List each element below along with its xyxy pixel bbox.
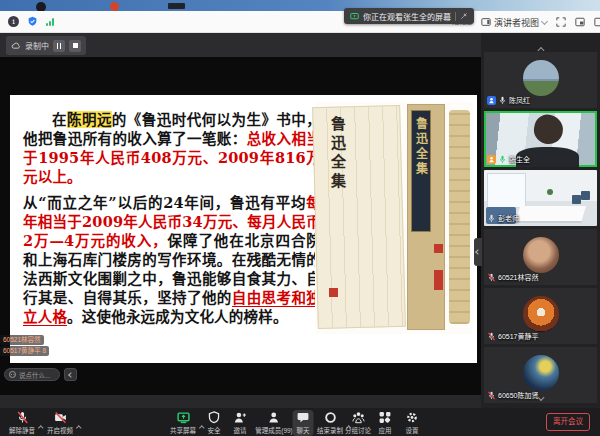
participant-name: 60521林容然: [498, 272, 538, 282]
book-title-vertical: 鲁迅全集: [327, 116, 348, 192]
shared-screen-stage: 录制中 在陈明远的《鲁迅时代何以为生》书中，他把鲁迅所有的收入算了一笔账：总收入…: [0, 33, 481, 408]
breakout-button[interactable]: 分组讨论: [345, 411, 371, 435]
participant-label: 陈凤红: [487, 95, 530, 105]
red-seal: [434, 270, 443, 290]
avatar: [523, 60, 559, 96]
slide-text-span: 陈明远: [67, 111, 112, 128]
emoji-icon[interactable]: [9, 371, 16, 378]
record-icon: [324, 411, 337, 424]
slide-paragraph-2: 从“而立之年”以后的24年间，鲁迅有平均每年相当于2009年人民币34万元、每月…: [23, 193, 321, 326]
apps-button[interactable]: 应用: [379, 411, 392, 435]
toolbar-label: 设置: [406, 425, 419, 435]
stage-top-strip: 录制中: [0, 33, 481, 57]
start-video-button[interactable]: 开启视频: [47, 411, 73, 435]
stop-recording-button[interactable]: [69, 40, 81, 52]
share-banner[interactable]: 你正在观看张生全的屏幕: [344, 8, 474, 24]
toolbar-label: 结束录制: [317, 425, 343, 435]
chevron-down-icon: [541, 17, 548, 24]
toolbar-label: 管理成员(99): [255, 425, 293, 435]
chevron-up-icon[interactable]: [200, 415, 204, 433]
chevron-up-icon[interactable]: [39, 415, 43, 433]
security-shield-icon[interactable]: [27, 16, 38, 27]
desktop-app-icon: [36, 2, 46, 11]
chat-button[interactable]: 聊天: [293, 410, 314, 436]
stop-record-button[interactable]: 结束录制: [317, 411, 343, 435]
slide-text: 在陈明远的《鲁迅时代何以为生》书中，他把鲁迅所有的收入算了一笔账：总收入相当于1…: [23, 110, 321, 326]
recording-indicator: 录制中: [6, 36, 86, 55]
share-screen-button[interactable]: 共享屏幕: [170, 411, 196, 435]
red-seal: [329, 288, 338, 297]
chevron-up-icon[interactable]: [77, 415, 81, 433]
screen-share-icon: [350, 12, 359, 21]
members-icon: [268, 411, 281, 424]
participant-name: 60517黄静平: [498, 331, 538, 341]
sidebar-toggle-handle[interactable]: [474, 238, 482, 266]
unmute-button[interactable]: 解除静音: [9, 411, 35, 435]
mic-status-icon: [498, 155, 507, 164]
meeting-titlebar: i 42:22 演讲者视图: [0, 11, 600, 33]
more-icon[interactable]: [594, 17, 600, 27]
meeting-main: 录制中 在陈明远的《鲁迅时代何以为生》书中，他把鲁迅所有的收入算了一笔账：总收入…: [0, 33, 600, 408]
toolbar-label: 邀请: [234, 425, 247, 435]
luxun-books-photo: 鲁迅全集 鲁迅全集: [315, 102, 473, 334]
apps-icon: [379, 411, 392, 424]
participant-tile[interactable]: 张生全: [484, 111, 597, 167]
slide-paragraph-1: 在陈明远的《鲁迅时代何以为生》书中，他把鲁迅所有的收入算了一笔账：总收入相当于1…: [23, 110, 321, 186]
settings-button[interactable]: 设置: [406, 411, 419, 435]
toolbar-label: 分组讨论: [345, 425, 371, 435]
meeting-toolbar: 离开会议 解除静音开启视频共享屏幕安全邀请管理成员(99)聊天结束录制分组讨论应…: [0, 408, 600, 436]
shield-icon: [208, 411, 221, 424]
toolbar-label: 共享屏幕: [170, 425, 196, 435]
invite-icon: [234, 411, 247, 424]
speaker-view-icon: [481, 17, 491, 27]
participant-tile[interactable]: 陈凤红: [484, 52, 597, 108]
participant-label: 60521林容然: [487, 272, 538, 282]
quick-chat-input[interactable]: 说点什么...: [4, 368, 60, 381]
breakout-icon: [352, 411, 365, 424]
participant-tile[interactable]: 60517黄静平: [484, 288, 597, 344]
avatar: [523, 237, 559, 273]
camera-off-icon: [54, 411, 67, 424]
mic-muted-icon: [16, 411, 29, 424]
invite-button[interactable]: 邀请: [234, 411, 247, 435]
meeting-info-icon[interactable]: i: [8, 16, 19, 27]
participant-label: 60650陈加贤: [487, 390, 538, 400]
more-participants-button[interactable]: [538, 386, 543, 404]
participant-tile[interactable]: 彭老师: [484, 170, 597, 226]
members-button[interactable]: 管理成员(99): [255, 411, 293, 435]
settings-icon: [406, 411, 419, 424]
desktop-app-icon: [168, 3, 185, 9]
mic-status-icon: [487, 332, 496, 341]
participant-tile[interactable]: 60521林容然: [484, 229, 597, 285]
slide-text-span: 从“而立之年”以后的24年间，鲁迅有平均: [23, 194, 306, 211]
toolbar-label: 应用: [379, 425, 392, 435]
participant-label: 60517黄静平: [487, 331, 538, 341]
participant-label: 彭老师: [487, 213, 519, 223]
leave-meeting-button[interactable]: 离开会议: [546, 413, 590, 431]
chat-collapse-button[interactable]: [64, 368, 77, 381]
recording-label: 录制中: [25, 40, 49, 51]
participant-label: 张生全: [487, 154, 530, 164]
layout-view-button[interactable]: 演讲者视图: [481, 16, 547, 29]
slipcase-label: 鲁迅全集: [411, 110, 431, 232]
red-seal: [434, 244, 443, 253]
participants-sidebar: 陈凤红 张生全 彭老师 60521林容然 60517黄静平 60650陈加贤: [481, 33, 600, 408]
slide-text-span: 在: [52, 111, 67, 128]
chat-overlay-chip: 60521林容然: [0, 335, 44, 345]
role-badge-icon: [487, 155, 496, 164]
desktop-app-icon: [110, 2, 119, 11]
float-window-button[interactable]: [575, 17, 585, 27]
pause-recording-button[interactable]: [53, 40, 65, 52]
shrink-banner-icon[interactable]: [460, 12, 468, 20]
participant-name: 陈凤红: [509, 95, 530, 105]
participant-name: 60650陈加贤: [498, 390, 538, 400]
share-banner-text: 你正在观看张生全的屏幕: [363, 11, 451, 22]
security-button[interactable]: 安全: [208, 411, 221, 435]
avatar: [523, 296, 559, 332]
chat-overlay-chip: 60517黄静平 8: [0, 346, 49, 356]
rolled-scroll: [449, 110, 470, 324]
fullscreen-button[interactable]: [556, 17, 566, 27]
network-signal-icon[interactable]: [46, 17, 54, 26]
role-badge-icon: [487, 96, 496, 105]
toolbar-label: 聊天: [297, 425, 310, 435]
